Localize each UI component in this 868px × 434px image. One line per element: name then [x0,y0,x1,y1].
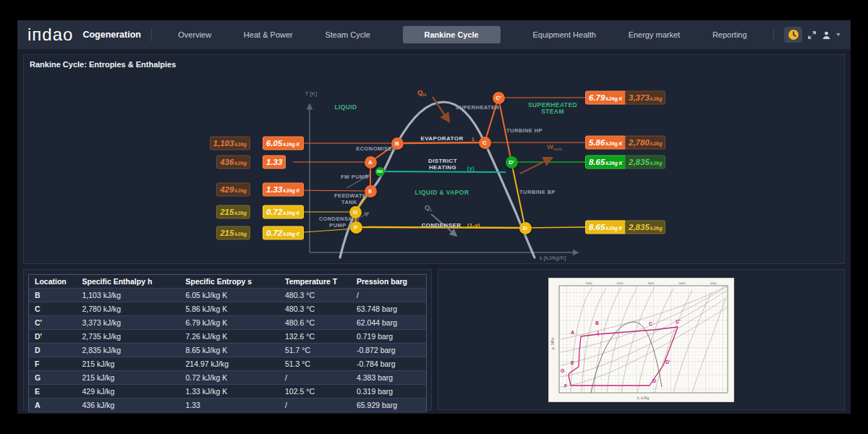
clock-icon [788,29,799,41]
state-table-card: Location Specific Enthalpy h Specific En… [23,269,432,410]
table-cell: 7.26 kJ/kg K [180,330,280,344]
app-window: iпdao Cogeneration Overview Heat & Power… [17,20,851,414]
table-cell: B [29,289,77,302]
value-badge: 8.65kJ/kg K [585,156,626,169]
mollier-point-label: F [564,383,568,388]
mollier-point-label: B [595,320,599,326]
label-superheater: SUPERHEATER [456,104,500,111]
state-point-C-prime: C' [493,92,505,104]
label-turbine-hp: TURBINE HP [506,127,542,134]
label-feedwater-tank: FEEDWATER TANK [334,192,365,205]
table-cell: 63.748 barg [351,302,427,316]
label-district-heating: DISTRICT HEATING [425,158,460,171]
value-badge: 2,835kJ/kg [625,221,665,234]
user-icon[interactable] [822,30,831,40]
state-point-C: C [479,137,491,149]
state-table: Location Specific Enthalpy h Specific En… [28,274,427,412]
nav-item-heat-power[interactable]: Heat & Power [244,30,293,39]
region-liquid-vapor: LIQUID & VAPOR [415,190,469,196]
caret-down-icon[interactable] [836,33,841,36]
nav-item-rankine-cycle[interactable]: Rankine Cycle [403,26,501,43]
col-entropy: Specific Entropy s [180,275,280,289]
divider [151,28,152,41]
table-row: F215 kJ/kg214.97 kJ/kg51.3 °C-0.784 barg [29,357,427,371]
table-cell: A [29,399,77,412]
state-point-DH: DH [375,167,385,176]
table-cell: 8.65 kJ/kg K [180,344,280,357]
fullscreen-icon[interactable] [807,30,817,40]
clock-button[interactable] [784,27,802,43]
nav-item-reporting[interactable]: Reporting [712,30,747,39]
mollier-point-label: D [652,378,656,383]
label-fw-pump: FW PUMP [341,174,368,180]
col-location: Location [29,275,77,289]
table-cell: 0.72 kJ/kg K [180,371,280,385]
table-cell: 0.319 barg [351,385,427,399]
table-cell: / [279,399,351,412]
main-nav: Overview Heat & Power Steam Cycle Rankin… [162,26,763,43]
label-evaporator: EVAPORATOR [420,135,463,142]
brand-logo: iпdao [27,20,73,49]
table-cell: 2,735 kJ/kg [77,330,180,344]
col-enthalpy: Specific Enthalpy h [77,275,180,289]
mollier-y-label: p, MPa [550,337,555,349]
table-cell: 2,780 kJ/kg [77,302,180,316]
mollier-x-label: h, kJ/kg [637,396,649,400]
mollier-point-label: C' [676,319,681,324]
state-point-F: F [350,221,362,234]
mollier-x-tick: 4000 [679,281,686,284]
table-cell: 6.05 kJ/kg K [180,289,280,302]
nav-item-equipment-health[interactable]: Equipment Health [532,30,595,39]
label-economiser: ECONOMISER [356,145,396,152]
label-condenser: CONDENSER [422,222,461,229]
value-badge: 3,373kJ/kg [625,91,665,105]
table-cell: G [29,371,77,385]
table-cell: 0.719 barg [351,330,427,344]
table-row: B1,103 kJ/kg6.05 kJ/kg K480.3 °C/ [29,289,427,302]
chart-title: Rankine Cycle: Entropies & Enthalpies [30,60,176,69]
state-point-A: A [365,156,377,169]
table-cell: 436 kJ/kg [77,399,180,412]
table-cell: 62.044 barg [351,316,427,330]
region-liquid: LIQUID [334,104,357,111]
table-row: D'2,735 kJ/kg7.26 kJ/kg K132.6 °C0.719 b… [29,330,427,344]
fraction-condenser: (1-y) [467,222,480,229]
table-cell: 1.33 kJ/kg K [180,385,280,399]
value-badge: 436kJ/kg [216,156,250,169]
rankine-chart-card: Rankine Cycle: Entropies & Enthalpies [23,54,845,264]
table-cell: 1.33 [180,399,280,412]
table-cell: 480.6 °C [279,316,351,330]
table-cell: 480.3 °C [279,289,351,302]
value-badge: 429kJ/kg [216,183,250,197]
table-cell: 1,103 kJ/kg [77,289,180,302]
table-row: D2,835 kJ/kg8.65 kJ/kg K51.7 °C-0.872 ba… [29,344,427,357]
mollier-card: ABCC'D'DEGF10002000300040005000h, kJ/kgp… [438,269,845,410]
mollier-point-label: E [571,360,574,365]
value-badge: 1.33 [263,156,286,169]
mollier-point-label: C [649,321,652,326]
nav-item-energy-market[interactable]: Energy market [629,30,681,39]
state-point-E: E [365,185,377,197]
label-turbine-bp: TURBINE BP [519,189,556,195]
nav-item-steam-cycle[interactable]: Steam Cycle [325,30,370,39]
table-cell: 215 kJ/kg [77,371,180,385]
nav-item-overview[interactable]: Overview [178,30,211,39]
mollier-point-label: G [561,368,565,373]
fraction-evaporator: 1 [472,136,475,142]
table-cell: 5.86 kJ/kg K [180,302,280,316]
value-badge: 1.33kJ/kg K [263,183,304,197]
table-cell: 51.7 °C [279,344,351,357]
table-cell: D [29,344,77,357]
mollier-x-tick: 5000 [710,281,718,284]
state-point-D-prime: D' [506,156,518,169]
table-cell: / [351,289,427,302]
value-badge: 215kJ/kg [216,226,250,240]
value-badge: 6.79kJ/kg K [585,91,626,105]
table-row: C'3,373 kJ/kg6.79 kJ/kg K480.6 °C62.044 … [29,316,427,330]
value-badge: 0.72kJ/kg K [263,226,304,240]
table-row: E429 kJ/kg1.33 kJ/kg K102.5 °C0.319 barg [29,385,427,399]
table-cell: 214.97 kJ/kg [180,357,280,371]
table-header-row: Location Specific Enthalpy h Specific En… [29,275,427,289]
table-cell: -0.784 barg [351,357,427,371]
top-bar: iпdao Cogeneration Overview Heat & Power… [17,20,851,49]
